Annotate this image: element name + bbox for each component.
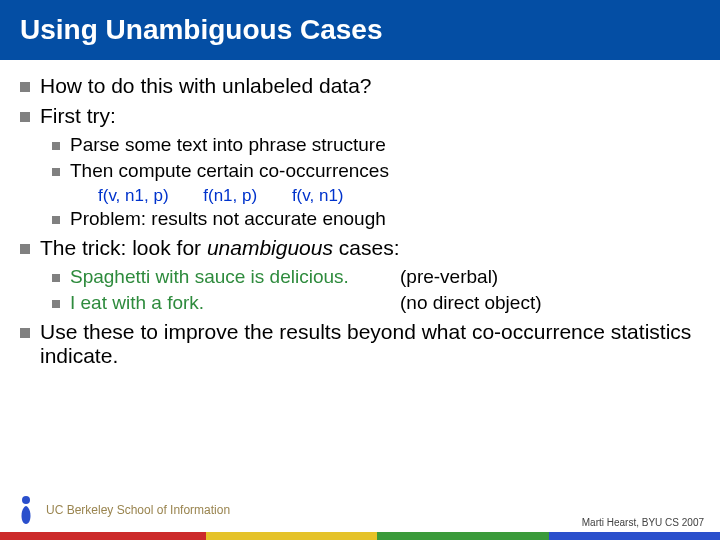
bullet-icon	[20, 328, 30, 338]
slide-title: Using Unambiguous Cases	[0, 0, 720, 60]
bullet-text: Use these to improve the results beyond …	[40, 320, 700, 368]
school-name: UC Berkeley School of Information	[46, 503, 230, 517]
bullet-icon	[52, 300, 60, 308]
formula-row: f(v, n1, p) f(n1, p) f(v, n1)	[98, 186, 700, 206]
color-bar	[0, 532, 720, 540]
example-text: I eat with a fork. (no direct object)	[70, 292, 630, 314]
example-text: Spaghetti with sauce is delicious. (pre-…	[70, 266, 630, 288]
bullet-icon	[20, 244, 30, 254]
bullet-text: Problem: results not accurate enough	[70, 208, 386, 230]
credit-text: Marti Hearst, BYU CS 2007	[582, 517, 704, 528]
slide-body: How to do this with unlabeled data? Firs…	[0, 60, 720, 368]
bullet-icon	[20, 82, 30, 92]
svg-point-0	[22, 496, 30, 504]
bullet-icon	[52, 216, 60, 224]
bullet-text: Parse some text into phrase structure	[70, 134, 386, 156]
bullet-text: The trick: look for unambiguous cases:	[40, 236, 400, 260]
bullet-icon	[52, 168, 60, 176]
formula: f(n1, p)	[203, 186, 257, 205]
bullet-icon	[20, 112, 30, 122]
slide-footer: UC Berkeley School of Information Marti …	[0, 494, 720, 540]
formula: f(v, n1, p)	[98, 186, 169, 205]
bullet-icon	[52, 274, 60, 282]
bullet-text: How to do this with unlabeled data?	[40, 74, 372, 98]
ischool-logo-icon	[14, 494, 38, 526]
bullet-text: Then compute certain co-occurrences	[70, 160, 389, 182]
bullet-text: First try:	[40, 104, 116, 128]
bullet-icon	[52, 142, 60, 150]
formula: f(v, n1)	[292, 186, 344, 205]
